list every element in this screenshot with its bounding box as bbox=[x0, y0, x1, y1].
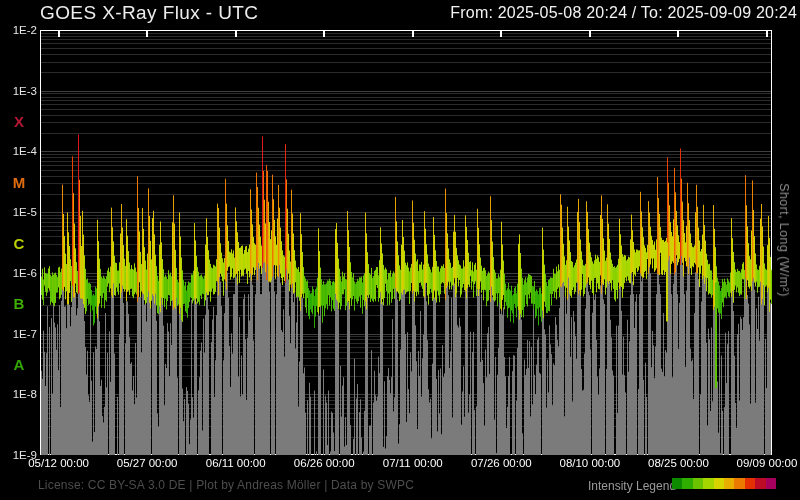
intensity-legend-label: Intensity Legend bbox=[588, 479, 676, 493]
intensity-legend-swatch bbox=[724, 478, 734, 489]
time-range-label: From: 2025-05-08 20:24 / To: 2025-09-09 … bbox=[450, 4, 797, 22]
intensity-legend-swatch bbox=[693, 478, 703, 489]
x-tick-label: 05/12 00:00 bbox=[14, 457, 104, 469]
y-tick-label: 1E-3 bbox=[0, 85, 37, 97]
y-tick-label: 1E-4 bbox=[0, 145, 37, 157]
y-tick-label: 1E-8 bbox=[0, 388, 37, 400]
flare-class-label-x: X bbox=[8, 113, 30, 130]
intensity-legend-swatch bbox=[766, 478, 776, 489]
flare-class-label-a: A bbox=[8, 355, 30, 372]
x-tick-label: 07/11 00:00 bbox=[368, 457, 458, 469]
y-tick-label: 1E-6 bbox=[0, 267, 37, 279]
xray-flux-chart-canvas bbox=[0, 0, 800, 500]
y-tick-label: 1E-5 bbox=[0, 206, 37, 218]
intensity-legend-swatch bbox=[755, 478, 765, 489]
goes-xray-flux-plot: GOES X-Ray Flux - UTC From: 2025-05-08 2… bbox=[0, 0, 800, 500]
x-tick-label: 08/25 00:00 bbox=[633, 457, 723, 469]
flare-class-label-c: C bbox=[8, 234, 30, 251]
x-tick-label: 07/26 00:00 bbox=[456, 457, 546, 469]
intensity-legend-swatch bbox=[734, 478, 744, 489]
intensity-legend-swatch bbox=[682, 478, 692, 489]
x-tick-label: 08/10 00:00 bbox=[545, 457, 635, 469]
intensity-legend-swatch bbox=[703, 478, 713, 489]
x-tick-label: 06/26 00:00 bbox=[279, 457, 369, 469]
y-tick-label: 1E-7 bbox=[0, 328, 37, 340]
intensity-legend-swatches bbox=[672, 478, 776, 489]
intensity-legend-swatch bbox=[745, 478, 755, 489]
right-axis-label: Short, Long (W/m²) bbox=[777, 183, 791, 296]
x-tick-label: 09/09 00:00 bbox=[722, 457, 800, 469]
x-tick-label: 05/27 00:00 bbox=[102, 457, 192, 469]
y-tick-label: 1E-2 bbox=[0, 24, 37, 36]
flare-class-label-m: M bbox=[8, 173, 30, 190]
page-title: GOES X-Ray Flux - UTC bbox=[40, 2, 258, 24]
license-text: License: CC BY-SA 3.0 DE | Plot by Andre… bbox=[38, 478, 414, 492]
x-tick-label: 06/11 00:00 bbox=[191, 457, 281, 469]
flare-class-label-b: B bbox=[8, 295, 30, 312]
intensity-legend-swatch bbox=[714, 478, 724, 489]
intensity-legend-swatch bbox=[672, 478, 682, 489]
